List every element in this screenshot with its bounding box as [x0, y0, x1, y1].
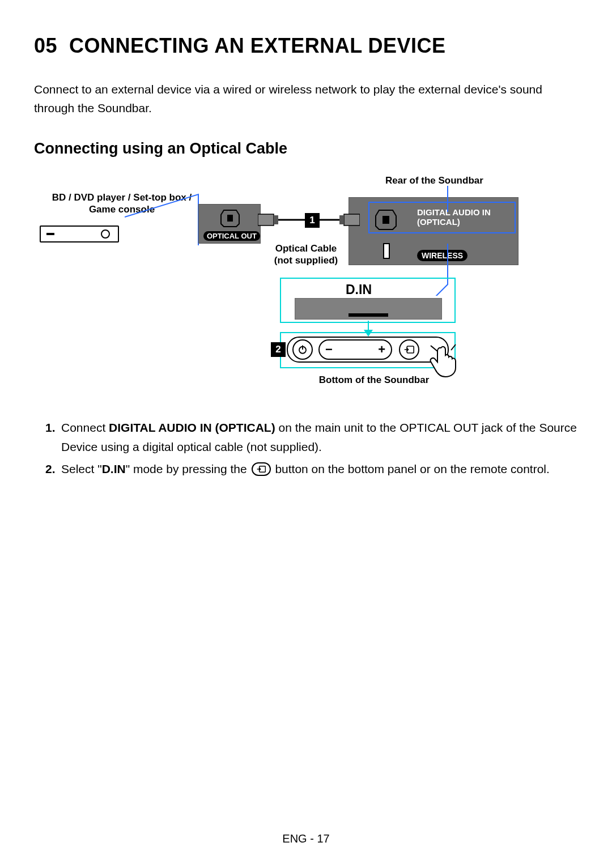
step-1-number: 1. [45, 418, 61, 456]
svg-line-9 [431, 346, 437, 351]
step-1-text: Connect DIGITAL AUDIO IN (OPTICAL) on th… [61, 418, 578, 456]
connection-diagram: Rear of the Soundbar BD / DVD player / S… [34, 175, 578, 401]
subsection-heading: Connecting using an Optical Cable [34, 140, 578, 158]
step-badge-2: 2 [271, 342, 286, 357]
section-heading: 05 CONNECTING AN EXTERNAL DEVICE [34, 34, 578, 58]
callout-display [280, 278, 456, 323]
svg-rect-4 [344, 214, 360, 225]
label-optical-cable: Optical Cable(not supplied) [266, 242, 346, 267]
hand-pointer-icon [428, 343, 462, 377]
step-2-text: Select "D.IN" mode by pressing the butto… [61, 459, 578, 479]
optical-out-panel: OPTICAL OUT [198, 204, 261, 244]
source-device-icon [40, 225, 119, 242]
label-optical-out: OPTICAL OUT [203, 231, 260, 241]
section-number: 05 [34, 34, 57, 57]
intro-paragraph: Connect to an external device via a wire… [34, 80, 567, 117]
source-button-inline-icon [252, 462, 271, 476]
steps-list: 1. Connect DIGITAL AUDIO IN (OPTICAL) on… [45, 418, 578, 479]
svg-rect-3 [258, 214, 274, 225]
step-2-number: 2. [45, 459, 61, 479]
wireless-slot-icon [383, 243, 390, 259]
step-1: 1. Connect DIGITAL AUDIO IN (OPTICAL) on… [45, 418, 578, 456]
svg-line-10 [451, 344, 456, 350]
section-title: CONNECTING AN EXTERNAL DEVICE [69, 34, 446, 57]
step-badge-1: 1 [305, 213, 320, 228]
page-footer: ENG - 17 [0, 832, 612, 845]
optical-out-port-icon [220, 209, 240, 229]
step-2: 2. Select "D.IN" mode by pressing the bu… [45, 459, 578, 479]
label-bottom-soundbar: Bottom of the Soundbar [306, 374, 442, 386]
svg-rect-1 [227, 215, 233, 222]
